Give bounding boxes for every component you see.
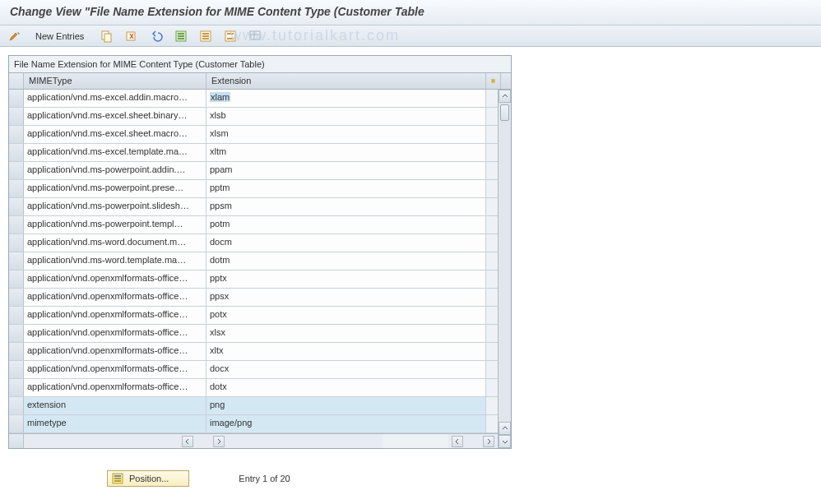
- table-row[interactable]: application/vnd.ms-excel.sheet.binary…xl…: [9, 108, 498, 126]
- row-selector[interactable]: [9, 108, 24, 125]
- cell-extension[interactable]: xltx: [206, 343, 486, 360]
- print-button[interactable]: [244, 27, 266, 45]
- table-row[interactable]: application/vnd.ms-powerpoint.addin.…ppa…: [9, 162, 498, 180]
- cell-mimetype[interactable]: application/vnd.ms-powerpoint.prese…: [24, 180, 206, 197]
- select-all-button[interactable]: [170, 27, 192, 45]
- row-selector[interactable]: [9, 379, 24, 396]
- cell-mimetype[interactable]: application/vnd.ms-powerpoint.addin.…: [24, 162, 206, 179]
- table-row[interactable]: application/vnd.openxmlformats-office…xl…: [9, 325, 498, 343]
- new-entries-button[interactable]: New Entries: [30, 29, 93, 44]
- table-row[interactable]: application/vnd.openxmlformats-office…po…: [9, 307, 498, 325]
- cell-extension[interactable]: dotm: [206, 252, 486, 270]
- cell-mimetype[interactable]: application/vnd.openxmlformats-office…: [24, 289, 206, 306]
- table-row[interactable]: application/vnd.ms-powerpoint.prese…pptm: [9, 180, 498, 198]
- vscroll-down-button[interactable]: [499, 435, 511, 448]
- cell-mimetype[interactable]: application/vnd.ms-excel.addin.macro…: [24, 90, 206, 107]
- table-row[interactable]: application/vnd.ms-word.template.ma…dotm: [9, 252, 498, 270]
- cell-extension[interactable]: pptm: [206, 180, 486, 197]
- row-selector[interactable]: [9, 90, 24, 107]
- cell-extension[interactable]: image/png: [206, 415, 486, 432]
- cell-extension[interactable]: xlsb: [206, 108, 486, 125]
- row-selector[interactable]: [9, 397, 24, 414]
- cell-extension[interactable]: xltm: [206, 144, 486, 161]
- column-header-extension[interactable]: Extension: [206, 73, 486, 89]
- copy-button[interactable]: [96, 27, 118, 45]
- row-selector[interactable]: [9, 126, 24, 143]
- delete-button[interactable]: [121, 27, 142, 45]
- row-selector[interactable]: [9, 289, 24, 306]
- row-selector[interactable]: [9, 307, 24, 324]
- cell-mimetype[interactable]: application/vnd.openxmlformats-office…: [24, 343, 206, 360]
- table-row[interactable]: application/vnd.ms-powerpoint.templ…potm: [9, 216, 498, 234]
- row-selector[interactable]: [9, 162, 24, 179]
- row-selector[interactable]: [9, 361, 24, 378]
- table-row[interactable]: mimetypeimage/png: [9, 415, 498, 433]
- svg-rect-20: [492, 81, 494, 82]
- cell-extension[interactable]: docm: [206, 234, 486, 252]
- column-header-mimetype[interactable]: MIMEType: [24, 73, 206, 89]
- table-row[interactable]: application/vnd.openxmlformats-office…do…: [9, 361, 498, 379]
- vertical-scrollbar[interactable]: [498, 90, 511, 448]
- row-selector[interactable]: [9, 252, 24, 270]
- hscroll-right-button[interactable]: [213, 436, 225, 447]
- vscroll-up-button[interactable]: [499, 90, 511, 103]
- table-row[interactable]: extensionpng: [9, 397, 498, 415]
- row-selector[interactable]: [9, 343, 24, 360]
- vscroll-up-inner-button[interactable]: [499, 422, 511, 435]
- table-row[interactable]: application/vnd.openxmlformats-office…pp…: [9, 270, 498, 289]
- cell-extension[interactable]: potx: [206, 307, 486, 324]
- table-row[interactable]: application/vnd.openxmlformats-office…do…: [9, 379, 498, 397]
- cell-extension[interactable]: xlsx: [206, 325, 486, 342]
- vscroll-thumb[interactable]: [500, 104, 509, 121]
- cell-mimetype[interactable]: mimetype: [24, 415, 206, 432]
- table-row[interactable]: application/vnd.ms-powerpoint.slidesh…pp…: [9, 198, 498, 216]
- table-row[interactable]: application/vnd.openxmlformats-office…pp…: [9, 289, 498, 307]
- cell-extension[interactable]: potm: [206, 216, 486, 234]
- row-selector[interactable]: [9, 325, 24, 342]
- cell-mimetype[interactable]: application/vnd.openxmlformats-office…: [24, 325, 206, 342]
- cell-extension[interactable]: pptx: [206, 270, 486, 288]
- table-row[interactable]: application/vnd.ms-word.document.m…docm: [9, 234, 498, 252]
- row-selector[interactable]: [9, 234, 24, 252]
- table-row[interactable]: application/vnd.openxmlformats-office…xl…: [9, 343, 498, 361]
- row-selector[interactable]: [9, 180, 24, 197]
- cell-mimetype[interactable]: application/vnd.ms-powerpoint.templ…: [24, 216, 206, 234]
- cell-extension[interactable]: xlsm: [206, 126, 486, 143]
- position-button[interactable]: Position...: [107, 470, 189, 487]
- row-selector[interactable]: [9, 198, 24, 215]
- cell-mimetype[interactable]: application/vnd.ms-word.document.m…: [24, 234, 206, 252]
- hscroll-left-button-2[interactable]: [452, 436, 463, 447]
- hscroll-right-button-2[interactable]: [483, 436, 494, 447]
- cell-mimetype[interactable]: application/vnd.ms-excel.template.ma…: [24, 144, 206, 161]
- cell-mimetype[interactable]: application/vnd.openxmlformats-office…: [24, 270, 206, 288]
- cell-mimetype[interactable]: application/vnd.openxmlformats-office…: [24, 307, 206, 324]
- select-block-button[interactable]: [195, 27, 216, 45]
- cell-extension[interactable]: docx: [206, 361, 486, 378]
- cell-extension[interactable]: ppam: [206, 162, 486, 179]
- cell-mimetype[interactable]: extension: [24, 397, 206, 414]
- row-selector[interactable]: [9, 144, 24, 161]
- row-selector[interactable]: [9, 270, 24, 288]
- cell-extension[interactable]: xlam: [206, 90, 486, 107]
- row-selector[interactable]: [9, 415, 24, 432]
- deselect-all-button[interactable]: [220, 27, 241, 45]
- table-row[interactable]: application/vnd.ms-excel.addin.macro…xla…: [9, 90, 498, 108]
- cell-mimetype[interactable]: application/vnd.ms-excel.sheet.macro…: [24, 126, 206, 143]
- toggle-change-button[interactable]: [5, 27, 26, 45]
- column-config-button[interactable]: [486, 73, 501, 89]
- cell-extension[interactable]: ppsm: [206, 198, 486, 215]
- row-selector[interactable]: [9, 216, 24, 234]
- cell-mimetype[interactable]: application/vnd.ms-excel.sheet.binary…: [24, 108, 206, 125]
- cell-mimetype[interactable]: application/vnd.openxmlformats-office…: [24, 379, 206, 396]
- undo-button[interactable]: [146, 27, 167, 45]
- select-all-header[interactable]: [9, 73, 24, 89]
- cell-mimetype[interactable]: application/vnd.ms-word.template.ma…: [24, 252, 206, 270]
- cell-extension[interactable]: ppsx: [206, 289, 486, 306]
- cell-mimetype[interactable]: application/vnd.openxmlformats-office…: [24, 361, 206, 378]
- table-row[interactable]: application/vnd.ms-excel.sheet.macro…xls…: [9, 126, 498, 144]
- hscroll-left-button[interactable]: [182, 436, 193, 447]
- cell-extension[interactable]: dotx: [206, 379, 486, 396]
- cell-mimetype[interactable]: application/vnd.ms-powerpoint.slidesh…: [24, 198, 206, 215]
- table-row[interactable]: application/vnd.ms-excel.template.ma…xlt…: [9, 144, 498, 162]
- cell-extension[interactable]: png: [206, 397, 486, 414]
